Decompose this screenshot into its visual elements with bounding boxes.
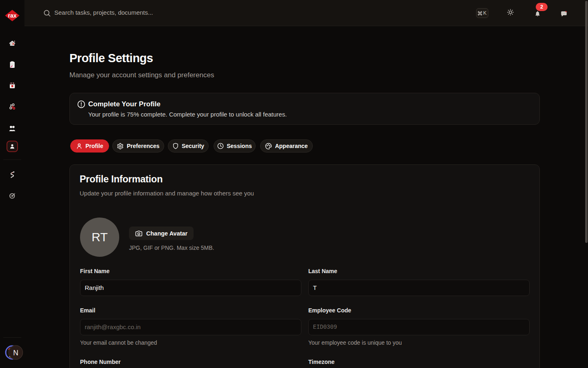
svg-text:rax: rax (8, 12, 16, 19)
svg-text:N: N (13, 349, 18, 357)
